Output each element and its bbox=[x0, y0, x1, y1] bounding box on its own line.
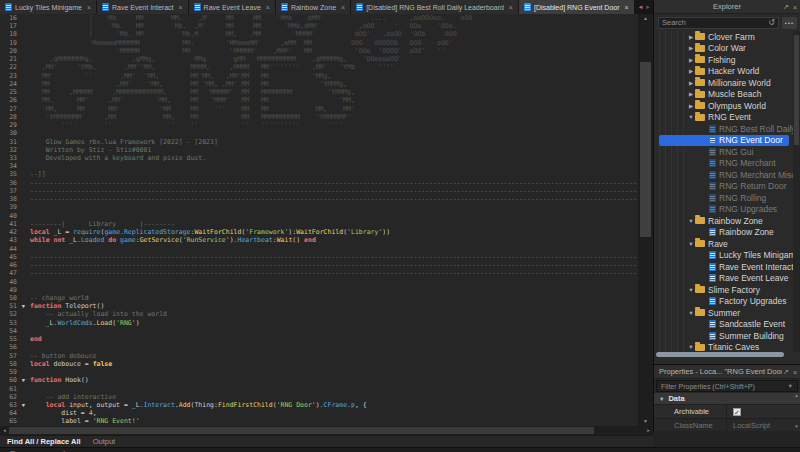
tab-label: Rainbow Zone bbox=[291, 4, 336, 11]
document-tab[interactable]: Lucky Tiles Minigame× bbox=[0, 0, 96, 14]
tree-item-lucky-tiles-minigame[interactable]: Lucky Tiles Minigame bbox=[659, 250, 789, 262]
code-token: 'Library' bbox=[347, 228, 382, 236]
scroll-down-icon[interactable]: ▼ bbox=[638, 417, 653, 426]
tree-item-titanic-caves[interactable]: ▼Titanic Caves bbox=[659, 342, 789, 353]
chevron-right-icon[interactable]: ▶ bbox=[687, 57, 695, 63]
history-icon[interactable]: ↺ bbox=[768, 18, 775, 27]
document-tab[interactable]: Rave Event Leave× bbox=[189, 0, 275, 14]
tree-item-rng-gui[interactable]: RNG Gui bbox=[659, 146, 789, 158]
tree-item-rave-event-leave[interactable]: Rave Event Leave bbox=[659, 273, 789, 285]
close-icon[interactable]: × bbox=[266, 4, 270, 11]
line-number: 46 bbox=[0, 261, 17, 269]
tree-item-color-war[interactable]: ▶Color War bbox=[659, 43, 789, 55]
tree-item-rng-merchant[interactable]: RNG Merchant bbox=[659, 158, 789, 170]
scroll-right-icon[interactable]: ▸ bbox=[644, 426, 653, 435]
close-icon[interactable]: × bbox=[179, 4, 183, 11]
document-tab[interactable]: [Disabled] RNG Event Door× bbox=[519, 0, 634, 14]
tab-scroll-right-icon[interactable]: ▸ bbox=[646, 3, 650, 11]
scroll-up-icon[interactable]: ▲ bbox=[793, 392, 800, 399]
tab-find-all[interactable]: Find All / Replace All bbox=[7, 437, 81, 446]
tree-item-sandcastle-event[interactable]: Sandcastle Event bbox=[659, 319, 789, 331]
chevron-down-icon[interactable]: ▼ bbox=[687, 114, 695, 120]
property-value[interactable]: ✓ bbox=[727, 408, 741, 416]
tree-item-rng-upgrades[interactable]: RNG Upgrades bbox=[659, 204, 789, 216]
tree-item-rng-event-door[interactable]: RNG Event Door bbox=[659, 135, 789, 147]
fold-arrow-icon[interactable]: ▼ bbox=[17, 401, 30, 409]
property-name: Archivable bbox=[654, 405, 727, 418]
chevron-right-icon[interactable]: ▶ bbox=[687, 34, 695, 40]
horizontal-scroll-thumb[interactable] bbox=[9, 427, 594, 434]
fold-arrow-icon[interactable]: ▼ bbox=[17, 302, 30, 310]
scroll-down-icon[interactable]: ▼ bbox=[793, 423, 800, 430]
tree-item-rng-return-door[interactable]: RNG Return Door bbox=[659, 181, 789, 193]
editor-vertical-scrollbar[interactable]: ▲ ▼ bbox=[638, 14, 653, 426]
section-data[interactable]: ▼ Data bbox=[654, 393, 800, 405]
tree-item-millionaire-world[interactable]: ▶Millionaire World bbox=[659, 77, 789, 89]
explorer-horizontal-scroll-thumb[interactable] bbox=[656, 352, 784, 357]
code-line: 38--------------------------------------… bbox=[0, 195, 638, 203]
filter-properties-input[interactable]: Filter Properties (Ctrl+Shift+P) ▼ bbox=[656, 380, 798, 392]
chevron-right-icon[interactable]: ▶ bbox=[687, 68, 695, 74]
tree-item-clover-farm[interactable]: ▶Clover Farm bbox=[659, 31, 789, 43]
tree-item-rng-best-roll-daily-le[interactable]: RNG Best Roll Daily Le bbox=[659, 123, 789, 135]
chevron-down-icon[interactable]: ▼ bbox=[788, 383, 793, 389]
local-script-icon bbox=[709, 320, 716, 328]
chevron-right-icon[interactable]: ▶ bbox=[687, 45, 695, 51]
chevron-down-icon[interactable]: ▼ bbox=[687, 344, 695, 350]
tree-item-rainbow-zone[interactable]: Rainbow Zone bbox=[659, 227, 789, 239]
document-tab[interactable]: Rainbow Zone× bbox=[276, 0, 350, 14]
tree-item-summer[interactable]: ▼Summer bbox=[659, 307, 789, 319]
popout-icon[interactable]: ↗ bbox=[783, 368, 789, 376]
tab-output[interactable]: Output bbox=[93, 437, 116, 446]
close-icon[interactable]: × bbox=[625, 4, 629, 11]
tree-item-slime-factory[interactable]: ▼Slime Factory bbox=[659, 284, 789, 296]
document-tab[interactable]: [Disabled] RNG Best Roll Daily Leaderboa… bbox=[351, 0, 518, 14]
explorer-vertical-scrollbar[interactable] bbox=[793, 31, 800, 352]
chevron-right-icon[interactable]: ▶ bbox=[687, 91, 695, 97]
popout-icon[interactable]: ↗ bbox=[783, 3, 789, 11]
search-input[interactable]: Search ↺ bbox=[658, 17, 779, 29]
chevron-down-icon[interactable]: ▼ bbox=[687, 287, 695, 293]
close-icon[interactable]: × bbox=[793, 4, 797, 11]
chevron-down-icon[interactable]: ▼ bbox=[687, 218, 695, 224]
fold-arrow-icon[interactable]: ▼ bbox=[17, 376, 30, 384]
tree-item-rng-event[interactable]: ▼RNG Event bbox=[659, 112, 789, 124]
code-token: --]] bbox=[30, 170, 46, 178]
scroll-left-icon[interactable]: ◂ bbox=[0, 426, 9, 435]
code-token: input, output = _L bbox=[65, 401, 139, 409]
close-icon[interactable]: × bbox=[87, 4, 91, 11]
chevron-down-icon[interactable]: ▼ bbox=[687, 241, 695, 247]
tree-item-rng-rolling[interactable]: RNG Rolling bbox=[659, 192, 789, 204]
close-icon[interactable]: × bbox=[341, 4, 345, 11]
command-bar-input[interactable]: Run a command bbox=[0, 447, 800, 452]
tree-item-rave-event-interact[interactable]: Rave Event Interact bbox=[659, 261, 789, 273]
more-options-button[interactable]: ••• bbox=[782, 17, 797, 29]
editor-horizontal-scrollbar[interactable]: ◂ ▸ bbox=[0, 426, 653, 435]
archivable-checkbox[interactable]: ✓ bbox=[733, 408, 741, 416]
scroll-up-icon[interactable]: ▲ bbox=[638, 14, 653, 23]
chevron-right-icon[interactable]: ▶ bbox=[687, 103, 695, 109]
tree-item-fishing[interactable]: ▶Fishing bbox=[659, 54, 789, 66]
tree-item-muscle-beach[interactable]: ▶Muscle Beach bbox=[659, 89, 789, 101]
local-script-icon bbox=[356, 3, 363, 11]
tree-item-hacker-world[interactable]: ▶Hacker World bbox=[659, 66, 789, 78]
tab-scroll-left-icon[interactable]: ◂ bbox=[639, 3, 643, 11]
chevron-right-icon[interactable]: ▶ bbox=[687, 80, 695, 86]
tree-item-rng-merchant-misc[interactable]: RNG Merchant Misc bbox=[659, 169, 789, 181]
vertical-scroll-thumb[interactable] bbox=[640, 62, 651, 237]
close-icon[interactable]: × bbox=[793, 369, 797, 376]
properties-scrollbar[interactable]: ▲ ▼ bbox=[793, 392, 800, 432]
local-script-icon bbox=[709, 171, 716, 179]
tree-item-summer-building[interactable]: Summer Building bbox=[659, 330, 789, 342]
tree-item-olympus-world[interactable]: ▶Olympus World bbox=[659, 100, 789, 112]
tree-item-rave[interactable]: ▼Rave bbox=[659, 238, 789, 250]
document-tab[interactable]: Rave Event Interact× bbox=[97, 0, 188, 14]
code-token: 'RunService' bbox=[183, 236, 230, 244]
line-number: 33 bbox=[0, 154, 17, 162]
chevron-down-icon[interactable]: ▼ bbox=[687, 310, 695, 316]
tree-item-rainbow-zone[interactable]: ▼Rainbow Zone bbox=[659, 215, 789, 227]
code-editor[interactable]: 16 | 'Mb. MM MM. ,M' MM MM 'MMb dMM' ...… bbox=[0, 14, 638, 426]
line-number: 55 bbox=[0, 335, 17, 343]
tree-item-factory-upgrades[interactable]: Factory Upgrades bbox=[659, 296, 789, 308]
close-icon[interactable]: × bbox=[509, 4, 513, 11]
